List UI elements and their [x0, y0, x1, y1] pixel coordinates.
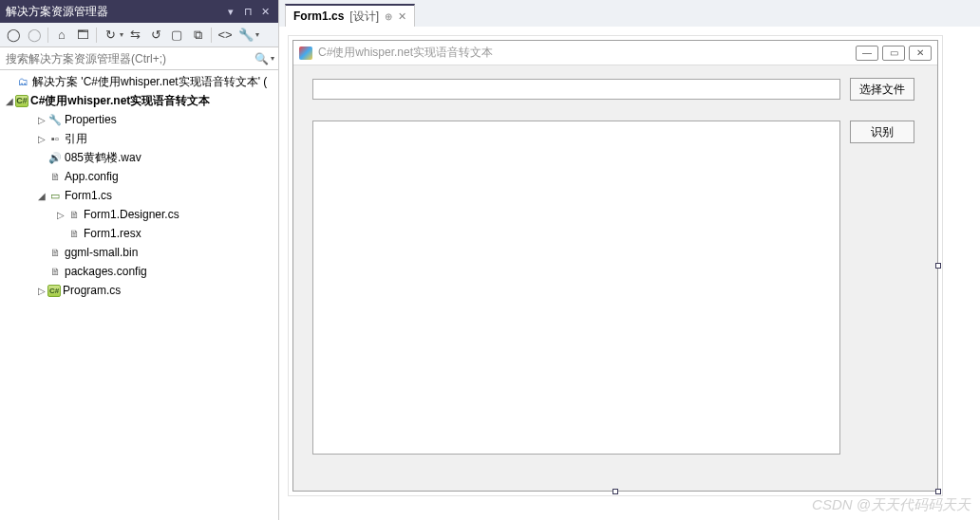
properties-node[interactable]: ▷ 🔧 Properties: [0, 110, 278, 129]
chevron-down-icon[interactable]: ◢: [4, 96, 15, 106]
tab-strip: Form1.cs [设计] ⊕ ✕: [279, 0, 980, 27]
form1-label: Form1.cs: [65, 189, 112, 202]
search-input[interactable]: [0, 48, 250, 69]
resize-handle-right[interactable]: [935, 263, 941, 269]
chevron-right-icon[interactable]: ▷: [55, 210, 66, 220]
panel-title-bar: 解决方案资源管理器 ▾ ⊓ ✕: [0, 0, 278, 23]
close-icon[interactable]: ✕: [398, 10, 406, 23]
file-icon: 🗎: [47, 245, 63, 260]
form1designer-node[interactable]: ▷ 🗎 Form1.Designer.cs: [0, 205, 278, 224]
wav-node[interactable]: ▷ 🔊 085黄鹤楼.wav: [0, 148, 278, 167]
file-icon: 🗎: [66, 226, 82, 241]
config-icon: 🗎: [47, 169, 63, 184]
search-row: 🔍▾: [0, 47, 278, 70]
properties-button[interactable]: 🔧: [236, 26, 255, 45]
packages-label: packages.config: [65, 265, 147, 278]
sln-icon[interactable]: 🗔: [73, 26, 92, 45]
form1resx-node[interactable]: ▷ 🗎 Form1.resx: [0, 224, 278, 243]
program-label: Program.cs: [63, 284, 121, 297]
home-button[interactable]: ⌂: [52, 26, 71, 45]
copy-button[interactable]: ⧉: [188, 26, 207, 45]
appconfig-node[interactable]: ▷ 🗎 App.config: [0, 167, 278, 186]
chevron-right-icon[interactable]: ▷: [36, 134, 47, 144]
close-button[interactable]: ✕: [909, 46, 932, 61]
project-label: C#使用whisper.net实现语音转文本: [30, 93, 210, 109]
maximize-button[interactable]: ▭: [882, 46, 905, 61]
refresh-button[interactable]: ↻: [101, 26, 120, 45]
file-icon: 🗎: [66, 207, 82, 222]
ggml-node[interactable]: ▷ 🗎 ggml-small.bin: [0, 243, 278, 262]
back-button[interactable]: ◯: [4, 26, 23, 45]
audio-icon: 🔊: [47, 150, 63, 165]
chevron-down-icon[interactable]: ◢: [36, 191, 47, 201]
tab-form1-design[interactable]: Form1.cs [设计] ⊕ ✕: [285, 4, 415, 27]
properties-label: Properties: [65, 113, 117, 126]
tab-file: Form1.cs: [293, 9, 344, 23]
select-file-button[interactable]: 选择文件: [850, 78, 914, 101]
dropdown-icon[interactable]: ▾: [223, 4, 238, 19]
solution-icon: 🗂: [15, 74, 30, 89]
program-node[interactable]: ▷ C# Program.cs: [0, 281, 278, 300]
panel-title: 解决方案资源管理器: [6, 4, 108, 20]
form-icon: ▭: [47, 188, 63, 203]
tab-mode: [设计]: [349, 9, 379, 25]
ggml-label: ggml-small.bin: [65, 246, 138, 259]
wav-label: 085黄鹤楼.wav: [65, 150, 141, 166]
form1designer-label: Form1.Designer.cs: [84, 208, 179, 221]
forward-button[interactable]: ◯: [25, 26, 44, 45]
collapse-button[interactable]: ↺: [146, 26, 165, 45]
search-icon[interactable]: 🔍: [250, 52, 273, 65]
file-path-textbox[interactable]: [312, 79, 840, 100]
pin-icon[interactable]: ⊓: [240, 4, 255, 19]
solution-tree: ▶ 🗂 解决方案 'C#使用whisper.net实现语音转文本' ( ◢ C#…: [0, 70, 278, 520]
project-node[interactable]: ◢ C# C#使用whisper.net实现语音转文本: [0, 91, 278, 110]
form1-node[interactable]: ◢ ▭ Form1.cs: [0, 186, 278, 205]
packages-node[interactable]: ▷ 🗎 packages.config: [0, 262, 278, 281]
minimize-button[interactable]: —: [856, 46, 878, 61]
code-button[interactable]: <>: [216, 26, 235, 45]
pin-icon[interactable]: ⊕: [385, 11, 392, 22]
references-node[interactable]: ▷ ▪▫ 引用: [0, 129, 278, 148]
window-title-bar: C#使用whisper.net实现语音转文本 — ▭ ✕: [293, 41, 937, 65]
form1resx-label: Form1.resx: [84, 227, 141, 240]
references-label: 引用: [65, 131, 87, 147]
resize-handle-bottom[interactable]: [612, 489, 618, 494]
designer-surface[interactable]: C#使用whisper.net实现语音转文本 — ▭ ✕ 选择文件 识别: [279, 27, 980, 520]
solution-node[interactable]: ▶ 🗂 解决方案 'C#使用whisper.net实现语音转文本' (: [0, 72, 278, 91]
chevron-right-icon[interactable]: ▷: [36, 115, 47, 125]
editor-panel: Form1.cs [设计] ⊕ ✕ C#使用whisper.net实现语音转文本…: [279, 0, 980, 520]
result-textbox[interactable]: [312, 121, 840, 455]
form-app-icon: [299, 46, 312, 60]
references-icon: ▪▫: [47, 131, 63, 146]
solution-label: 解决方案 'C#使用whisper.net实现语音转文本' (: [32, 74, 267, 90]
close-icon[interactable]: ✕: [257, 4, 273, 19]
chevron-right-icon[interactable]: ▷: [36, 286, 47, 296]
show-all-button[interactable]: ▢: [167, 26, 186, 45]
wrench-icon: 🔧: [47, 112, 63, 127]
solution-toolbar: ◯ ◯ ⌂ 🗔 ↻▾ ⇆ ↺ ▢ ⧉ <> 🔧▾: [0, 23, 278, 47]
form-client-area: 选择文件 识别: [293, 65, 937, 103]
recognize-button[interactable]: 识别: [850, 121, 914, 143]
sync-button[interactable]: ⇆: [125, 26, 144, 45]
winforms-window[interactable]: C#使用whisper.net实现语音转文本 — ▭ ✕ 选择文件 识别: [292, 40, 938, 492]
solution-explorer-panel: 解决方案资源管理器 ▾ ⊓ ✕ ◯ ◯ ⌂ 🗔 ↻▾ ⇆ ↺ ▢ ⧉ <> 🔧▾…: [0, 0, 279, 520]
csharp-project-icon: C#: [15, 95, 28, 107]
csharp-file-icon: C#: [47, 285, 61, 297]
appconfig-label: App.config: [65, 170, 119, 183]
window-title: C#使用whisper.net实现语音转文本: [318, 45, 856, 61]
config-icon: 🗎: [47, 264, 63, 279]
resize-handle-corner[interactable]: [935, 489, 941, 494]
